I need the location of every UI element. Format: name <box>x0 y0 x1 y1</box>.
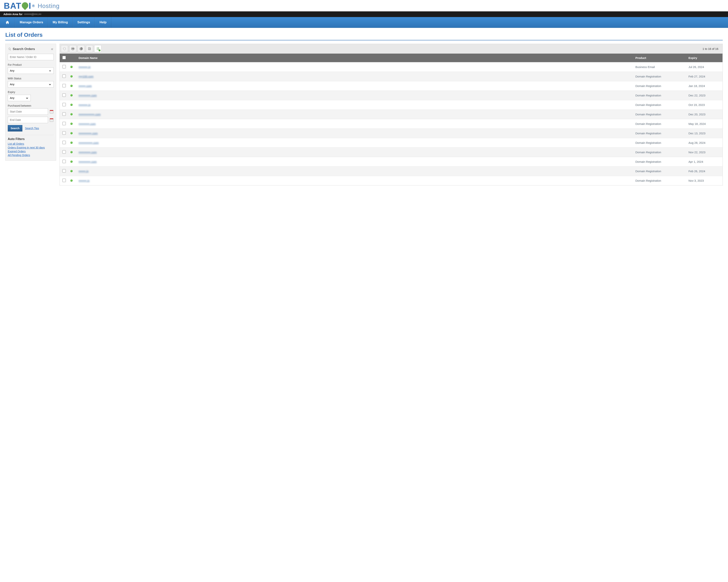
status-active-icon <box>70 141 73 144</box>
brand-suffix: Hosting <box>38 2 60 9</box>
row-domain-cell: ••••••••.in <box>77 176 633 186</box>
row-checkbox[interactable] <box>62 160 66 163</box>
select-all-checkbox[interactable] <box>62 56 66 59</box>
domain-link[interactable]: •••••••••.in <box>79 65 90 68</box>
domain-link[interactable]: •••••••••••.com <box>79 122 96 126</box>
row-checkbox[interactable] <box>62 93 66 97</box>
purchased-label: Purchased between <box>8 104 54 107</box>
bulk-edit-button[interactable] <box>86 45 93 52</box>
row-select-cell <box>60 157 69 167</box>
row-checkbox[interactable] <box>62 103 66 106</box>
domain-link[interactable]: •••••••.com <box>79 84 92 87</box>
domain-link[interactable]: ••••••••••••••••.com <box>79 113 101 116</box>
row-status-cell <box>69 100 77 110</box>
domain-link[interactable]: •••••••••••••.com <box>79 132 98 135</box>
logo-bar: BATI® Hosting <box>0 0 728 11</box>
expiry-select[interactable]: Any <box>8 95 31 101</box>
row-expiry-cell: Dec 22, 2023 <box>687 91 723 100</box>
filter-pending[interactable]: All Pending Orders <box>8 154 30 157</box>
row-domain-cell: ••••••••••••.com <box>77 157 633 167</box>
row-checkbox[interactable] <box>62 84 66 87</box>
filter-list-all[interactable]: List all Orders <box>8 142 24 145</box>
collapse-icon[interactable]: « <box>51 47 53 52</box>
col-expiry[interactable]: Expiry <box>687 54 723 62</box>
row-checkbox[interactable] <box>62 141 66 144</box>
search-button[interactable]: Search <box>8 125 22 132</box>
table-row[interactable]: ••••100.comDomain RegistrationFeb 27, 20… <box>60 72 723 81</box>
domain-link[interactable]: ••••••••••••.com <box>79 160 97 163</box>
end-date-input[interactable] <box>8 117 48 123</box>
row-domain-cell: •••••••••.in <box>77 100 633 110</box>
status-active-icon <box>70 151 73 153</box>
row-expiry-cell: Oct 19, 2023 <box>687 100 723 110</box>
table-row[interactable]: •••••••.inDomain RegistrationFeb 26, 202… <box>60 167 723 176</box>
globe-refresh-icon <box>71 47 75 51</box>
calendar-icon[interactable] <box>50 118 54 122</box>
domain-link[interactable]: ••••••••.in <box>79 179 90 182</box>
table-row[interactable]: ••••••••.inDomain RegistrationNov 3, 202… <box>60 176 723 186</box>
domain-link[interactable]: ••••••••••••••.com <box>79 141 99 144</box>
row-checkbox[interactable] <box>62 75 66 78</box>
row-product-cell: Domain Registration <box>633 72 687 81</box>
row-checkbox[interactable] <box>62 169 66 173</box>
calendar-icon[interactable] <box>50 110 54 114</box>
table-row[interactable]: •••••••••••.comDomain RegistrationMay 18… <box>60 119 723 129</box>
table-row[interactable]: •••••••••.inBusiness EmailJul 26, 2024 <box>60 62 723 72</box>
row-checkbox[interactable] <box>62 122 66 125</box>
table-row[interactable]: •••••••••.inDomain RegistrationOct 19, 2… <box>60 100 723 110</box>
row-checkbox[interactable] <box>62 179 66 182</box>
domain-link[interactable]: ••••••••••••.com <box>79 94 97 97</box>
with-status-select[interactable]: Any <box>8 81 54 87</box>
row-expiry-cell: Jan 18, 2024 <box>687 81 723 91</box>
search-name-input[interactable] <box>8 54 54 60</box>
renew-button[interactable] <box>69 45 76 52</box>
row-checkbox[interactable] <box>62 65 66 68</box>
brand-logo[interactable]: BATI® Hosting <box>4 1 724 10</box>
table-row[interactable]: ••••••••••••.comDomain RegistrationNov 2… <box>60 147 723 157</box>
nav-home[interactable] <box>0 17 15 28</box>
table-row[interactable]: ••••••••••••.comDomain RegistrationDec 2… <box>60 91 723 100</box>
row-checkbox[interactable] <box>62 150 66 154</box>
table-row[interactable]: ••••••••••••.comDomain RegistrationApr 1… <box>60 157 723 167</box>
table-row[interactable]: ••••••••••••••••.comDomain RegistrationD… <box>60 110 723 119</box>
nav-help[interactable]: Help <box>95 17 111 28</box>
domain-link[interactable]: •••••••.in <box>79 170 89 173</box>
row-product-cell: Domain Registration <box>633 167 687 176</box>
filter-expired[interactable]: Expired Orders <box>8 150 26 153</box>
search-panel-title: Search Orders <box>13 47 35 51</box>
nav-manage-orders[interactable]: Manage Orders <box>15 17 48 28</box>
row-product-cell: Domain Registration <box>633 81 687 91</box>
orders-main: 1 to 16 of 16 Domain Name Product Expiry… <box>59 44 723 186</box>
refresh-icon <box>62 47 67 51</box>
content: Search Orders « For Product Any With Sta… <box>0 44 728 193</box>
nav-my-billing[interactable]: My Billing <box>48 17 73 28</box>
col-domain[interactable]: Domain Name <box>77 54 633 62</box>
admin-account: ••••••••@••••.••• <box>24 13 41 16</box>
for-product-select[interactable]: Any <box>8 67 54 74</box>
table-row[interactable]: •••••••.comDomain RegistrationJan 18, 20… <box>60 81 723 91</box>
domain-link[interactable]: ••••••••••••.com <box>79 150 97 154</box>
add-to-list-button[interactable] <box>94 45 101 52</box>
row-status-cell <box>69 81 77 91</box>
row-product-cell: Domain Registration <box>633 100 687 110</box>
row-checkbox[interactable] <box>62 131 66 135</box>
row-product-cell: Domain Registration <box>633 157 687 167</box>
table-row[interactable]: ••••••••••••••.comDomain RegistrationAug… <box>60 138 723 147</box>
table-row[interactable]: •••••••••••••.comDomain RegistrationDec … <box>60 129 723 138</box>
domain-link[interactable]: ••••100.com <box>79 75 94 78</box>
page-title: List of Orders <box>0 28 728 40</box>
transfer-button[interactable] <box>78 45 85 52</box>
start-date-input[interactable] <box>8 108 48 115</box>
row-status-cell <box>69 138 77 147</box>
domain-link[interactable]: •••••••••.in <box>79 103 90 107</box>
admin-area-prefix: Admin Area for <box>3 13 23 16</box>
search-tips-link[interactable]: Search Tips <box>25 127 39 130</box>
row-checkbox[interactable] <box>62 112 66 116</box>
refresh-button[interactable] <box>61 45 68 52</box>
filter-expiring-30[interactable]: Orders Expiring in next 30 days <box>8 146 45 149</box>
row-select-cell <box>60 62 69 72</box>
col-product[interactable]: Product <box>633 54 687 62</box>
nav-settings[interactable]: Settings <box>73 17 95 28</box>
with-status-label: With Status <box>8 77 54 80</box>
svg-rect-3 <box>50 118 53 119</box>
